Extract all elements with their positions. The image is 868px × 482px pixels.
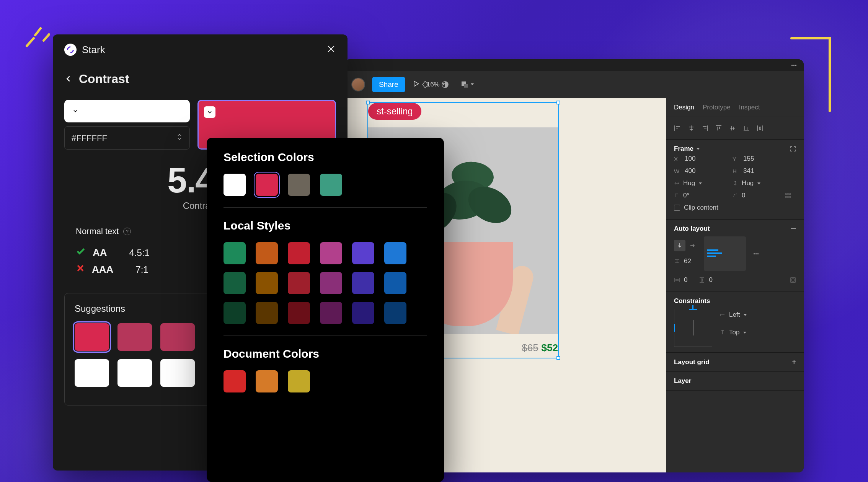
more-icon[interactable]	[789, 62, 798, 68]
align-left-icon[interactable]	[674, 125, 681, 132]
tab-design[interactable]: Design	[674, 104, 694, 111]
suggestion-swatch[interactable]	[160, 323, 195, 351]
suggestion-swatch[interactable]	[160, 359, 195, 387]
svg-line-1	[35, 28, 41, 35]
normal-text-label: Normal text	[76, 226, 119, 236]
suggestion-swatch[interactable]	[117, 323, 152, 351]
y-value[interactable]: 155	[743, 155, 754, 163]
color-swatch[interactable]	[256, 242, 278, 264]
info-icon[interactable]: ?	[123, 228, 131, 235]
color-swatch[interactable]	[224, 272, 246, 294]
color-swatch[interactable]	[320, 302, 342, 324]
color-swatch[interactable]	[320, 174, 342, 196]
padding-v-value[interactable]: 0	[709, 276, 712, 284]
x-value[interactable]: 100	[685, 155, 695, 163]
swatch-picker-icon[interactable]	[204, 106, 215, 118]
color-swatch[interactable]	[288, 174, 310, 196]
color-swatch[interactable]	[320, 242, 342, 264]
color-swatch[interactable]	[288, 370, 310, 392]
align-bottom-icon[interactable]	[743, 125, 750, 132]
color-swatch[interactable]	[288, 242, 310, 264]
color-swatch[interactable]	[384, 302, 406, 324]
resize-h[interactable]: Hug	[683, 179, 695, 187]
independent-corners-icon[interactable]	[785, 192, 791, 199]
tab-prototype[interactable]: Prototype	[703, 104, 731, 111]
radius-value[interactable]: 0	[742, 192, 745, 199]
color-swatch[interactable]	[224, 302, 246, 324]
svg-rect-11	[792, 279, 794, 281]
align-v-center-icon[interactable]	[729, 125, 736, 132]
svg-rect-9	[789, 196, 790, 198]
breadcrumb[interactable]: Contrast	[53, 65, 348, 93]
decorative-sparkle-icon	[19, 19, 54, 54]
color-swatch[interactable]	[288, 272, 310, 294]
rotation-value[interactable]: 0°	[683, 192, 689, 199]
hug-h-icon	[674, 181, 679, 186]
align-top-icon[interactable]	[715, 125, 722, 132]
layout-grid-title: Layout grid	[674, 358, 710, 366]
suggestion-swatch[interactable]	[75, 359, 109, 387]
align-right-icon[interactable]	[702, 125, 708, 132]
color-swatch[interactable]	[320, 272, 342, 294]
tab-inspect[interactable]: Inspect	[739, 104, 760, 111]
boolean-ops-icon[interactable]	[461, 81, 474, 88]
best-selling-badge: st-selling	[368, 103, 421, 120]
stepper-icon[interactable]	[176, 133, 183, 143]
color-swatch[interactable]	[224, 242, 246, 264]
auto-layout-more-icon[interactable]	[751, 251, 760, 257]
add-layout-grid-button[interactable]: +	[792, 358, 796, 366]
color-swatch[interactable]	[256, 272, 278, 294]
color-swatch[interactable]	[384, 242, 406, 264]
clip-content-checkbox[interactable]	[674, 205, 680, 211]
resize-to-fit-icon[interactable]	[790, 146, 796, 152]
figma-titlebar	[344, 59, 804, 71]
constraint-h-select[interactable]: Left	[720, 309, 747, 321]
foreground-swatch[interactable]	[64, 100, 190, 122]
align-h-center-icon[interactable]	[688, 125, 695, 132]
direction-vertical-button[interactable]	[674, 240, 685, 251]
price-new: $52	[542, 342, 558, 353]
height-value[interactable]: 341	[743, 167, 754, 175]
frame-section-header[interactable]: Frame	[674, 145, 796, 153]
padding-v-icon	[699, 277, 705, 283]
selection-colors-title: Selection Colors	[224, 151, 427, 164]
clip-content-row[interactable]: Clip content	[674, 202, 796, 214]
color-swatch[interactable]	[224, 174, 246, 196]
padding-h-value[interactable]: 0	[684, 276, 687, 284]
direction-horizontal-button[interactable]	[687, 240, 698, 251]
hex-input[interactable]: #FFFFFF	[64, 126, 190, 150]
remove-autolayout-button[interactable]	[791, 228, 796, 229]
constraints-diagram[interactable]	[674, 309, 712, 347]
avatar[interactable]	[351, 78, 365, 91]
width-value[interactable]: 400	[685, 167, 695, 175]
color-swatch[interactable]	[288, 302, 310, 324]
color-swatch[interactable]	[352, 242, 374, 264]
mask-icon[interactable]	[441, 80, 449, 89]
gap-value[interactable]: 62	[684, 257, 691, 265]
suggestion-swatch[interactable]	[75, 323, 109, 351]
rotation-icon	[674, 193, 679, 198]
color-swatch[interactable]	[256, 370, 278, 392]
close-button[interactable]	[326, 44, 336, 55]
resize-v[interactable]: Hug	[742, 179, 754, 187]
color-swatch[interactable]	[384, 272, 406, 294]
auto-layout-alignment-box[interactable]	[704, 236, 746, 271]
color-swatch[interactable]	[256, 174, 278, 196]
constraint-v-select[interactable]: Top	[720, 326, 747, 339]
suggestion-swatch[interactable]	[117, 359, 152, 387]
svg-rect-10	[791, 278, 795, 282]
share-button[interactable]: Share	[372, 77, 405, 92]
distribute-icon[interactable]	[757, 125, 764, 132]
independent-padding-icon[interactable]	[790, 277, 796, 283]
color-swatch[interactable]	[224, 370, 246, 392]
component-icon[interactable]	[421, 80, 429, 89]
present-button[interactable]	[412, 80, 420, 89]
svg-line-0	[27, 38, 34, 46]
back-icon[interactable]	[64, 72, 73, 86]
swatch-picker-icon[interactable]	[70, 105, 81, 117]
color-swatch[interactable]	[352, 272, 374, 294]
svg-rect-7	[789, 193, 790, 195]
color-swatch[interactable]	[256, 302, 278, 324]
color-swatch[interactable]	[352, 302, 374, 324]
figma-inspector-panel: Design Prototype Inspect Frame	[666, 98, 804, 472]
